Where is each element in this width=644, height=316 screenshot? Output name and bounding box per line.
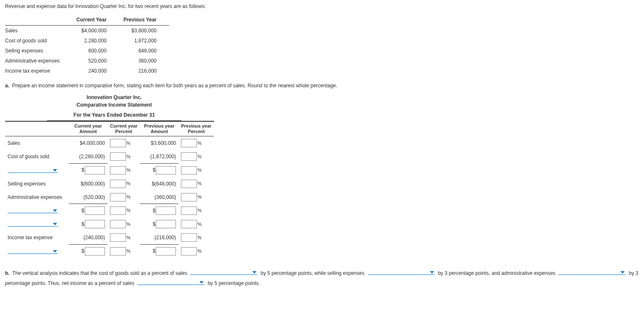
percent-sign: % [197,181,202,186]
row-cy: 600,000 [72,46,119,56]
intro-text: Revenue and expense data for Innovation … [5,3,639,9]
percent-input[interactable] [181,152,197,161]
percent-input[interactable] [110,193,126,201]
row-py: $3,600,000 [119,26,169,36]
amount-input[interactable] [156,206,176,215]
row-cy: $4,000,000 [72,26,119,36]
given-data-table: Current Year Previous Year Sales$4,000,0… [5,14,169,76]
percent-sign: % [126,235,131,240]
row-label-dropdown[interactable] [5,244,69,258]
row-label: Sales [5,26,72,36]
part-b-dropdown-3[interactable] [558,269,626,275]
percent-cell: % [107,191,140,204]
percent-sign: % [126,141,131,146]
amount-input[interactable] [156,220,176,228]
data-header-previous: Previous Year [119,14,169,26]
amount-input[interactable] [85,206,105,215]
percent-cell: % [178,163,214,177]
amount-input[interactable] [85,247,105,256]
percent-input[interactable] [110,152,126,161]
part-b-dropdown-1[interactable] [190,269,257,275]
percent-sign: % [126,208,131,213]
percent-cell: % [107,150,140,163]
percent-input[interactable] [110,247,126,256]
percent-cell: % [107,244,140,258]
cy-amount: (520,000) [69,191,107,204]
percent-cell: % [107,204,140,218]
row-py: 1,872,000 [119,36,169,46]
percent-input[interactable] [110,166,126,175]
chevron-down-icon [53,169,57,172]
part-b-seg3: by 3 percentage points, and administrati… [438,270,555,276]
percent-input[interactable] [110,180,126,188]
row-py: 648,000 [119,46,169,56]
income-row: Income tax expense(240,000)%(216,000)% [5,231,214,244]
percent-cell: % [178,191,214,204]
percent-sign: % [197,222,202,227]
table-row: Income tax expense240,000216,000 [5,66,169,76]
amount-input[interactable] [85,166,105,175]
percent-input[interactable] [110,220,126,228]
income-header-py-percent: Previous yearPercent [178,121,214,136]
label-dropdown[interactable] [8,207,58,213]
row-py: 360,000 [119,56,169,66]
income-row: $%$% [5,163,214,177]
percent-input[interactable] [110,139,126,147]
income-table: Current yearAmount Current yearPercent P… [5,121,214,258]
percent-input[interactable] [181,180,197,188]
percent-input[interactable] [110,233,126,242]
chevron-down-icon [53,250,57,253]
table-row: Administrative expenses520,000360,000 [5,56,169,66]
row-cy: 240,000 [72,66,119,76]
amount-cell: $ [69,204,107,218]
amount-input[interactable] [85,220,105,228]
amount-cell: $ [69,217,107,231]
part-b-label: b. [5,270,10,276]
part-b-seg1: The vertical analysis indicates that the… [12,270,187,276]
percent-input[interactable] [181,193,197,201]
statement-title: Comparative Income Statement [47,102,181,108]
percent-sign: % [197,208,202,213]
amount-cell: $ [140,244,178,258]
part-b-dropdown-2[interactable] [368,269,435,275]
percent-input[interactable] [110,206,126,215]
chevron-down-icon [53,223,57,225]
py-amount: (360,000) [140,191,178,204]
amount-cell: $ [140,204,178,218]
dollar-sign: $ [81,167,84,173]
label-dropdown[interactable] [8,167,58,173]
percent-cell: % [107,231,140,244]
data-header-blank [5,14,72,26]
amount-cell: $ [140,217,178,231]
percent-input[interactable] [181,206,197,215]
percent-sign: % [126,194,131,199]
percent-input[interactable] [181,247,197,256]
row-label-dropdown[interactable] [5,163,69,177]
amount-input[interactable] [156,166,176,175]
label-dropdown[interactable] [8,248,58,254]
income-row: $%$% [5,217,214,231]
row-label-dropdown[interactable] [5,217,69,231]
cy-amount: $4,000,000 [69,136,107,150]
row-label: Selling expenses [5,46,72,56]
part-b-dropdown-4[interactable] [137,279,204,285]
row-label-dropdown[interactable] [5,204,69,218]
dollar-sign: $ [81,208,84,214]
percent-cell: % [107,217,140,231]
dollar-sign: $ [81,221,84,227]
row-label: Administrative expenses [5,56,72,66]
percent-input[interactable] [181,166,197,175]
row-label: Sales [5,136,69,150]
percent-sign: % [126,222,131,227]
income-row: $%$% [5,204,214,218]
percent-sign: % [197,154,202,159]
income-row: Sales$4,000,000%$3,600,000% [5,136,214,150]
percent-input[interactable] [181,220,197,228]
table-row: Selling expenses600,000648,000 [5,46,169,56]
py-amount: (216,000) [140,231,178,244]
dollar-sign: $ [153,208,156,214]
percent-input[interactable] [181,139,197,147]
percent-input[interactable] [181,233,197,242]
amount-input[interactable] [156,247,176,256]
label-dropdown[interactable] [8,220,58,227]
